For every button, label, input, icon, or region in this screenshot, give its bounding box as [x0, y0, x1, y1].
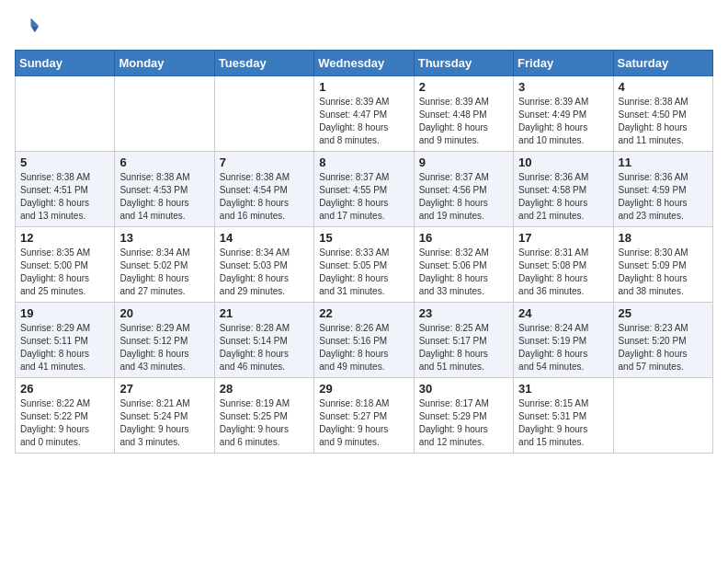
day-info: Sunrise: 8:29 AM Sunset: 5:11 PM Dayligh… — [20, 322, 109, 373]
day-number: 17 — [518, 231, 608, 245]
day-number: 23 — [419, 306, 508, 320]
day-number: 12 — [20, 231, 109, 245]
day-info: Sunrise: 8:34 AM Sunset: 5:02 PM Dayligh… — [119, 247, 209, 298]
calendar-header-row: SundayMondayTuesdayWednesdayThursdayFrid… — [16, 51, 713, 76]
day-number: 19 — [20, 306, 109, 320]
calendar-week-row: 26Sunrise: 8:22 AM Sunset: 5:22 PM Dayli… — [16, 378, 713, 454]
day-info: Sunrise: 8:39 AM Sunset: 4:48 PM Dayligh… — [419, 96, 508, 147]
calendar-day-24: 24Sunrise: 8:24 AM Sunset: 5:19 PM Dayli… — [514, 303, 613, 378]
day-number: 30 — [419, 382, 508, 396]
weekday-header-tuesday: Tuesday — [214, 51, 313, 76]
day-number: 15 — [319, 231, 408, 245]
calendar-empty-cell — [613, 378, 712, 454]
day-info: Sunrise: 8:38 AM Sunset: 4:53 PM Dayligh… — [119, 171, 209, 223]
weekday-header-wednesday: Wednesday — [314, 51, 414, 76]
calendar-week-row: 5Sunrise: 8:38 AM Sunset: 4:51 PM Daylig… — [16, 152, 713, 227]
day-number: 18 — [619, 231, 708, 245]
calendar-day-21: 21Sunrise: 8:28 AM Sunset: 5:14 PM Dayli… — [214, 303, 313, 378]
weekday-header-monday: Monday — [115, 51, 214, 76]
calendar-day-22: 22Sunrise: 8:26 AM Sunset: 5:16 PM Dayli… — [314, 303, 414, 378]
day-number: 28 — [220, 382, 309, 396]
calendar-day-3: 3Sunrise: 8:39 AM Sunset: 4:49 PM Daylig… — [514, 76, 613, 152]
calendar-day-4: 4Sunrise: 8:38 AM Sunset: 4:50 PM Daylig… — [613, 76, 712, 152]
day-info: Sunrise: 8:36 AM Sunset: 4:59 PM Dayligh… — [619, 171, 708, 223]
calendar-day-14: 14Sunrise: 8:34 AM Sunset: 5:03 PM Dayli… — [214, 227, 313, 303]
logo-icon — [15, 15, 40, 40]
day-info: Sunrise: 8:18 AM Sunset: 5:27 PM Dayligh… — [319, 397, 408, 449]
weekday-header-friday: Friday — [514, 51, 613, 76]
calendar-empty-cell — [115, 76, 214, 152]
calendar-empty-cell — [16, 76, 115, 152]
day-number: 2 — [419, 80, 508, 94]
calendar-day-23: 23Sunrise: 8:25 AM Sunset: 5:17 PM Dayli… — [414, 303, 513, 378]
day-number: 3 — [518, 80, 608, 94]
day-number: 31 — [518, 382, 608, 396]
day-info: Sunrise: 8:23 AM Sunset: 5:20 PM Dayligh… — [619, 322, 708, 373]
day-info: Sunrise: 8:36 AM Sunset: 4:58 PM Dayligh… — [518, 171, 608, 223]
day-number: 9 — [419, 155, 508, 169]
page-header — [15, 15, 713, 40]
day-info: Sunrise: 8:38 AM Sunset: 4:50 PM Dayligh… — [619, 96, 708, 147]
day-number: 26 — [20, 382, 109, 396]
day-number: 1 — [319, 80, 408, 94]
day-number: 11 — [619, 155, 708, 169]
day-number: 4 — [619, 80, 708, 94]
weekday-header-saturday: Saturday — [613, 51, 712, 76]
day-info: Sunrise: 8:38 AM Sunset: 4:51 PM Dayligh… — [20, 171, 109, 223]
day-info: Sunrise: 8:24 AM Sunset: 5:19 PM Dayligh… — [518, 322, 608, 373]
calendar-week-row: 19Sunrise: 8:29 AM Sunset: 5:11 PM Dayli… — [16, 303, 713, 378]
day-number: 8 — [319, 155, 408, 169]
day-number: 25 — [619, 306, 708, 320]
calendar-day-31: 31Sunrise: 8:15 AM Sunset: 5:31 PM Dayli… — [514, 378, 613, 454]
day-info: Sunrise: 8:34 AM Sunset: 5:03 PM Dayligh… — [220, 247, 309, 298]
calendar-day-18: 18Sunrise: 8:30 AM Sunset: 5:09 PM Dayli… — [613, 227, 712, 303]
calendar-table: SundayMondayTuesdayWednesdayThursdayFrid… — [15, 50, 713, 454]
day-number: 20 — [119, 306, 209, 320]
day-number: 7 — [220, 155, 309, 169]
calendar-day-16: 16Sunrise: 8:32 AM Sunset: 5:06 PM Dayli… — [414, 227, 513, 303]
day-info: Sunrise: 8:31 AM Sunset: 5:08 PM Dayligh… — [518, 247, 608, 298]
day-info: Sunrise: 8:39 AM Sunset: 4:49 PM Dayligh… — [518, 96, 608, 147]
calendar-day-2: 2Sunrise: 8:39 AM Sunset: 4:48 PM Daylig… — [414, 76, 513, 152]
calendar-day-8: 8Sunrise: 8:37 AM Sunset: 4:55 PM Daylig… — [314, 152, 414, 227]
day-info: Sunrise: 8:26 AM Sunset: 5:16 PM Dayligh… — [319, 322, 408, 373]
day-info: Sunrise: 8:19 AM Sunset: 5:25 PM Dayligh… — [220, 397, 309, 449]
calendar-week-row: 1Sunrise: 8:39 AM Sunset: 4:47 PM Daylig… — [16, 76, 713, 152]
weekday-header-sunday: Sunday — [16, 51, 115, 76]
day-number: 10 — [518, 155, 608, 169]
svg-marker-0 — [31, 18, 40, 27]
calendar-day-13: 13Sunrise: 8:34 AM Sunset: 5:02 PM Dayli… — [115, 227, 214, 303]
calendar-day-27: 27Sunrise: 8:21 AM Sunset: 5:24 PM Dayli… — [115, 378, 214, 454]
day-info: Sunrise: 8:37 AM Sunset: 4:56 PM Dayligh… — [419, 171, 508, 223]
day-info: Sunrise: 8:21 AM Sunset: 5:24 PM Dayligh… — [119, 397, 209, 449]
logo — [15, 15, 42, 40]
svg-marker-1 — [31, 26, 40, 32]
day-info: Sunrise: 8:29 AM Sunset: 5:12 PM Dayligh… — [119, 322, 209, 373]
calendar-day-1: 1Sunrise: 8:39 AM Sunset: 4:47 PM Daylig… — [314, 76, 414, 152]
day-number: 14 — [220, 231, 309, 245]
day-number: 6 — [119, 155, 209, 169]
calendar-day-7: 7Sunrise: 8:38 AM Sunset: 4:54 PM Daylig… — [214, 152, 313, 227]
day-number: 13 — [119, 231, 209, 245]
day-info: Sunrise: 8:28 AM Sunset: 5:14 PM Dayligh… — [220, 322, 309, 373]
day-number: 24 — [518, 306, 608, 320]
calendar-day-17: 17Sunrise: 8:31 AM Sunset: 5:08 PM Dayli… — [514, 227, 613, 303]
calendar-week-row: 12Sunrise: 8:35 AM Sunset: 5:00 PM Dayli… — [16, 227, 713, 303]
day-number: 22 — [319, 306, 408, 320]
day-info: Sunrise: 8:30 AM Sunset: 5:09 PM Dayligh… — [619, 247, 708, 298]
calendar-empty-cell — [214, 76, 313, 152]
day-number: 16 — [419, 231, 508, 245]
calendar-day-28: 28Sunrise: 8:19 AM Sunset: 5:25 PM Dayli… — [214, 378, 313, 454]
calendar-day-20: 20Sunrise: 8:29 AM Sunset: 5:12 PM Dayli… — [115, 303, 214, 378]
day-info: Sunrise: 8:25 AM Sunset: 5:17 PM Dayligh… — [419, 322, 508, 373]
calendar-day-10: 10Sunrise: 8:36 AM Sunset: 4:58 PM Dayli… — [514, 152, 613, 227]
day-info: Sunrise: 8:38 AM Sunset: 4:54 PM Dayligh… — [220, 171, 309, 223]
calendar-day-30: 30Sunrise: 8:17 AM Sunset: 5:29 PM Dayli… — [414, 378, 513, 454]
day-info: Sunrise: 8:15 AM Sunset: 5:31 PM Dayligh… — [518, 397, 608, 449]
day-info: Sunrise: 8:39 AM Sunset: 4:47 PM Dayligh… — [319, 96, 408, 147]
calendar-day-26: 26Sunrise: 8:22 AM Sunset: 5:22 PM Dayli… — [16, 378, 115, 454]
day-info: Sunrise: 8:37 AM Sunset: 4:55 PM Dayligh… — [319, 171, 408, 223]
day-info: Sunrise: 8:33 AM Sunset: 5:05 PM Dayligh… — [319, 247, 408, 298]
day-number: 21 — [220, 306, 309, 320]
day-info: Sunrise: 8:35 AM Sunset: 5:00 PM Dayligh… — [20, 247, 109, 298]
